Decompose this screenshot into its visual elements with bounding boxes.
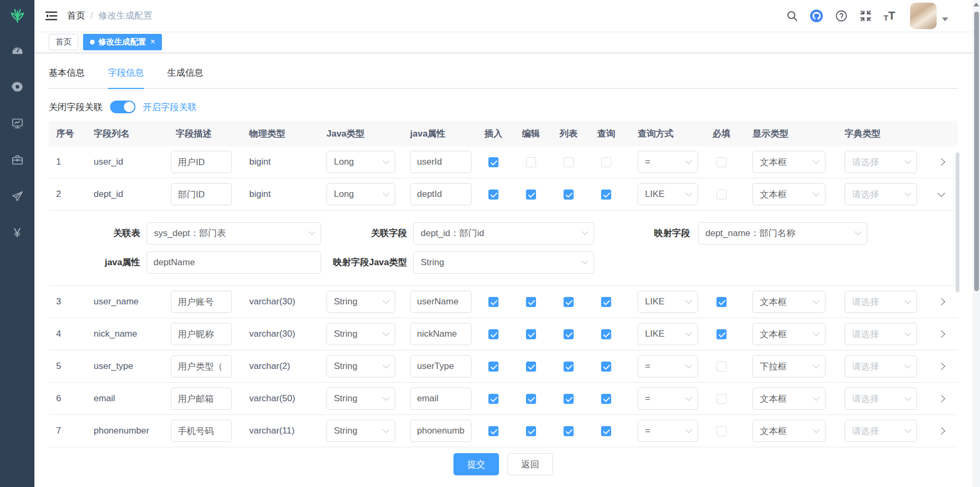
query-checkbox[interactable] xyxy=(601,297,611,307)
java-type-select[interactable]: String xyxy=(326,323,395,345)
expand-icon[interactable] xyxy=(938,363,945,370)
query-checkbox[interactable] xyxy=(601,426,611,436)
insert-checkbox[interactable] xyxy=(488,297,498,307)
fullscreen-icon[interactable] xyxy=(859,10,872,22)
java-type-select[interactable]: Long xyxy=(326,183,395,205)
avatar[interactable] xyxy=(910,3,937,29)
query-type-select[interactable]: LIKE xyxy=(638,183,698,205)
column-desc-input[interactable] xyxy=(171,420,232,442)
dict-type-select[interactable]: 请选择 xyxy=(845,355,917,377)
html-type-select[interactable]: 文本框 xyxy=(752,291,825,313)
sidebar-item-tool[interactable] xyxy=(11,154,24,166)
edit-checkbox[interactable] xyxy=(526,426,536,436)
query-checkbox[interactable] xyxy=(601,394,611,404)
java-field-input[interactable] xyxy=(410,387,471,410)
dict-type-select[interactable]: 请选择 xyxy=(845,151,917,173)
query-checkbox[interactable] xyxy=(601,157,611,167)
java-type-select[interactable]: String xyxy=(326,420,395,442)
html-type-select[interactable]: 文本框 xyxy=(752,420,825,442)
java-type-select[interactable]: Long xyxy=(326,151,395,173)
help-icon[interactable] xyxy=(835,10,848,22)
required-checkbox[interactable] xyxy=(716,297,727,307)
required-checkbox[interactable] xyxy=(716,362,727,372)
query-checkbox[interactable] xyxy=(601,329,611,339)
expand-icon[interactable] xyxy=(938,298,945,305)
insert-checkbox[interactable] xyxy=(488,362,498,372)
edit-checkbox[interactable] xyxy=(526,190,536,200)
column-desc-input[interactable] xyxy=(171,151,232,173)
map-field-select[interactable]: dept_name：部门名称 xyxy=(698,222,867,245)
dict-type-select[interactable]: 请选择 xyxy=(845,291,917,313)
list-checkbox[interactable] xyxy=(564,190,574,200)
html-type-select[interactable]: 文本框 xyxy=(752,387,825,410)
tab-basic-info[interactable]: 基本信息 xyxy=(49,67,85,88)
dict-type-select[interactable]: 请选择 xyxy=(845,323,917,345)
tag-current[interactable]: 修改生成配置 × xyxy=(83,34,162,50)
required-checkbox[interactable] xyxy=(716,157,727,167)
java-field-input[interactable] xyxy=(410,420,471,442)
tab-gen-info[interactable]: 生成信息 xyxy=(167,67,203,88)
insert-checkbox[interactable] xyxy=(488,329,498,339)
query-type-select[interactable]: = xyxy=(638,151,698,173)
submit-button[interactable]: 提交 xyxy=(453,453,499,475)
list-checkbox[interactable] xyxy=(564,426,574,436)
query-checkbox[interactable] xyxy=(601,190,611,200)
insert-checkbox[interactable] xyxy=(488,394,498,404)
sidebar-item-system[interactable] xyxy=(11,80,24,93)
page-scrollbar[interactable] xyxy=(973,0,980,487)
column-desc-input[interactable] xyxy=(171,183,232,205)
column-desc-input[interactable] xyxy=(171,323,232,345)
edit-checkbox[interactable] xyxy=(526,157,536,167)
font-size-icon[interactable]: TT xyxy=(884,10,895,22)
insert-checkbox[interactable] xyxy=(488,157,498,167)
query-type-select[interactable]: = xyxy=(638,355,698,377)
list-checkbox[interactable] xyxy=(564,297,574,307)
query-type-select[interactable]: = xyxy=(638,420,698,442)
scroll-up-arrow-icon[interactable] xyxy=(974,3,979,6)
java-type-select[interactable]: String xyxy=(326,291,395,313)
java-type-select[interactable]: String xyxy=(326,387,395,410)
insert-checkbox[interactable] xyxy=(488,426,498,436)
sidebar-item-monitor[interactable] xyxy=(11,117,24,130)
breadcrumb-home[interactable]: 首页 xyxy=(67,10,85,22)
query-type-select[interactable]: LIKE xyxy=(638,323,698,345)
list-checkbox[interactable] xyxy=(564,329,574,339)
expand-icon[interactable] xyxy=(938,158,945,166)
dict-type-select[interactable]: 请选择 xyxy=(845,420,917,442)
required-checkbox[interactable] xyxy=(716,394,727,404)
required-checkbox[interactable] xyxy=(716,329,727,339)
html-type-select[interactable]: 下拉框 xyxy=(752,355,825,377)
relation-toggle[interactable] xyxy=(110,101,135,113)
java-type-select[interactable]: String xyxy=(326,355,395,377)
edit-checkbox[interactable] xyxy=(526,297,536,307)
expand-icon[interactable] xyxy=(938,395,945,402)
column-desc-input[interactable] xyxy=(171,387,232,410)
back-button[interactable]: 返回 xyxy=(507,453,553,475)
edit-checkbox[interactable] xyxy=(526,362,536,372)
sidebar-item-dashboard[interactable] xyxy=(11,44,24,57)
relate-table-select[interactable]: sys_dept：部门表 xyxy=(147,222,321,245)
user-menu[interactable] xyxy=(910,3,948,29)
edit-checkbox[interactable] xyxy=(526,329,536,339)
close-icon[interactable]: × xyxy=(150,37,155,47)
tag-home[interactable]: 首页 xyxy=(49,34,78,50)
list-checkbox[interactable] xyxy=(564,362,574,372)
insert-checkbox[interactable] xyxy=(488,190,498,200)
java-field-input[interactable] xyxy=(410,151,471,173)
expand-icon[interactable] xyxy=(938,427,945,435)
java-field-input[interactable] xyxy=(410,291,471,313)
github-icon[interactable] xyxy=(810,9,823,23)
java-field-input[interactable] xyxy=(410,183,471,205)
edit-checkbox[interactable] xyxy=(526,394,536,404)
column-desc-input[interactable] xyxy=(171,355,232,377)
query-checkbox[interactable] xyxy=(601,362,611,372)
tab-field-info[interactable]: 字段信息 xyxy=(108,67,144,89)
html-type-select[interactable]: 文本框 xyxy=(752,323,825,345)
sidebar-item-pay[interactable]: ¥ xyxy=(11,227,24,239)
list-checkbox[interactable] xyxy=(564,394,574,404)
dict-type-select[interactable]: 请选择 xyxy=(845,183,917,205)
html-type-select[interactable]: 文本框 xyxy=(752,183,825,205)
relate-field-select[interactable]: dept_id：部门id xyxy=(413,222,594,245)
app-logo[interactable] xyxy=(8,0,27,31)
required-checkbox[interactable] xyxy=(716,190,727,200)
